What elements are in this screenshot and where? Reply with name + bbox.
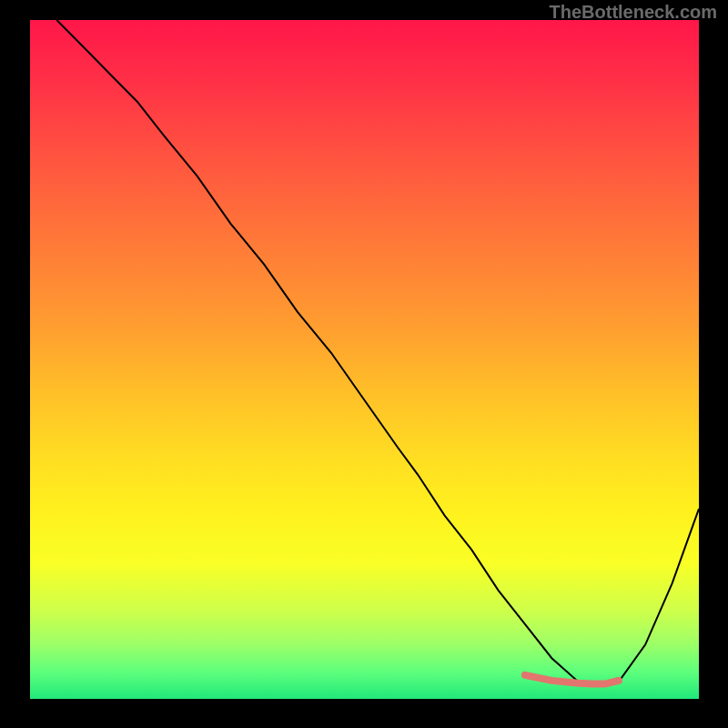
chart-frame: TheBottleneck.com	[0, 0, 728, 728]
bottleneck-curve	[56, 20, 699, 685]
watermark-text: TheBottleneck.com	[550, 2, 717, 23]
plot-area	[30, 20, 699, 699]
curves-svg	[30, 20, 699, 699]
